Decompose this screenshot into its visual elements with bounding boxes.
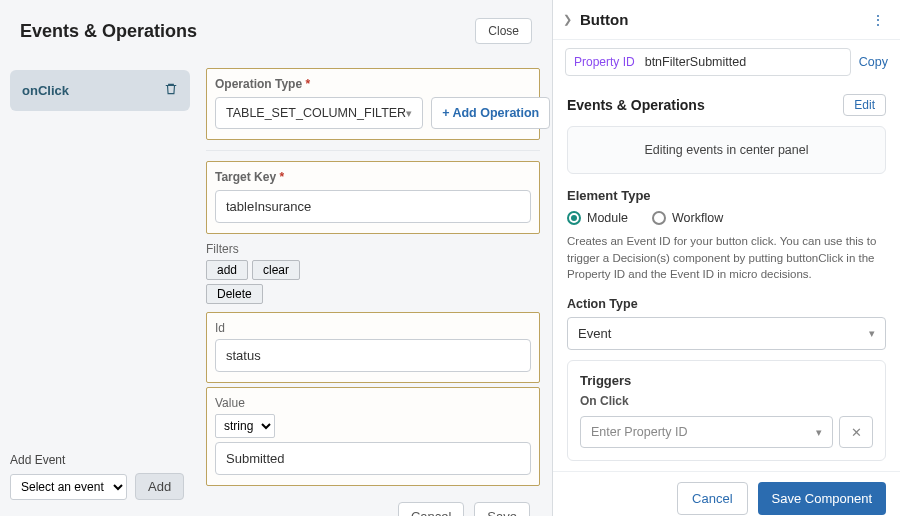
chevron-down-icon: ▾: [406, 107, 412, 120]
triggers-title: Triggers: [580, 373, 873, 388]
id-label: Id: [215, 321, 531, 335]
action-type-value: Event: [578, 326, 611, 341]
close-button[interactable]: Close: [475, 18, 532, 44]
add-event-select[interactable]: Select an event: [10, 474, 127, 500]
radio-checked-icon: [567, 211, 581, 225]
target-key-input[interactable]: [215, 190, 531, 223]
event-item-label: onClick: [22, 83, 69, 98]
filter-clear-button[interactable]: clear: [252, 260, 300, 280]
element-type-title: Element Type: [567, 188, 886, 203]
operation-type-group: Operation Type * TABLE_SET_COLUMN_FILTER…: [206, 68, 540, 140]
operation-type-label: Operation Type *: [215, 77, 531, 91]
trash-icon[interactable]: [164, 82, 178, 99]
property-id-value[interactable]: btnFilterSubmitted: [645, 55, 746, 69]
add-event-button[interactable]: Add: [135, 473, 184, 500]
events-column: onClick Add Event Select an event Add: [0, 58, 200, 516]
add-event-label: Add Event: [10, 453, 190, 467]
filter-value-group: Value string Submitted: [206, 387, 540, 486]
trigger-property-select[interactable]: Enter Property ID ▾: [580, 416, 833, 448]
radio-module[interactable]: Module: [567, 211, 628, 225]
event-item-onclick[interactable]: onClick: [10, 70, 190, 111]
property-id-label: Property ID: [574, 55, 635, 69]
more-menu-icon[interactable]: ⋮: [869, 10, 888, 30]
ops-cancel-button[interactable]: Cancel: [398, 502, 464, 516]
filters-section: Filters add clear Delete: [206, 242, 540, 304]
filter-delete-button[interactable]: Delete: [206, 284, 263, 304]
inspector-title: Button: [580, 11, 628, 28]
copy-link[interactable]: Copy: [859, 55, 888, 69]
collapse-icon[interactable]: ❯: [559, 9, 576, 30]
evops-section-title: Events & Operations: [567, 97, 705, 113]
radio-module-label: Module: [587, 211, 628, 225]
filters-label: Filters: [206, 242, 540, 256]
property-id-box: Property ID btnFilterSubmitted: [565, 48, 851, 76]
add-operation-button[interactable]: + Add Operation: [431, 97, 550, 129]
operation-type-select[interactable]: TABLE_SET_COLUMN_FILTER ▾: [215, 97, 423, 129]
page-title: Events & Operations: [20, 21, 197, 42]
trigger-remove-button[interactable]: ✕: [839, 416, 873, 448]
trigger-onclick-label: On Click: [580, 394, 873, 408]
action-type-label: Action Type: [567, 297, 886, 311]
radio-workflow[interactable]: Workflow: [652, 211, 723, 225]
events-operations-panel: Events & Operations Close onClick Add Ev…: [0, 0, 553, 516]
value-input[interactable]: Submitted: [215, 442, 531, 475]
edit-button[interactable]: Edit: [843, 94, 886, 116]
filter-add-button[interactable]: add: [206, 260, 248, 280]
filter-id-group: Id: [206, 312, 540, 383]
ops-save-button[interactable]: Save: [474, 502, 530, 516]
triggers-section: Triggers On Click Enter Property ID ▾ ✕: [567, 360, 886, 461]
operation-type-value: TABLE_SET_COLUMN_FILTER: [226, 106, 406, 120]
chevron-down-icon: ▾: [869, 327, 875, 340]
editing-info-banner: Editing events in center panel: [567, 126, 886, 174]
radio-workflow-label: Workflow: [672, 211, 723, 225]
save-component-button[interactable]: Save Component: [758, 482, 886, 515]
trigger-placeholder: Enter Property ID: [591, 425, 688, 439]
radio-unchecked-icon: [652, 211, 666, 225]
element-type-description: Creates an Event ID for your button clic…: [567, 233, 886, 283]
value-label: Value: [215, 396, 531, 410]
action-type-select[interactable]: Event ▾: [567, 317, 886, 350]
chevron-down-icon: ▾: [816, 426, 822, 439]
id-input[interactable]: [215, 339, 531, 372]
cancel-button[interactable]: Cancel: [677, 482, 747, 515]
button-inspector-panel: ❯ Button ⋮ Property ID btnFilterSubmitte…: [553, 0, 900, 516]
divider: [206, 150, 540, 151]
target-key-label: Target Key *: [215, 170, 531, 184]
value-type-select[interactable]: string: [215, 414, 275, 438]
operations-column: Operation Type * TABLE_SET_COLUMN_FILTER…: [200, 58, 552, 516]
target-key-group: Target Key *: [206, 161, 540, 234]
